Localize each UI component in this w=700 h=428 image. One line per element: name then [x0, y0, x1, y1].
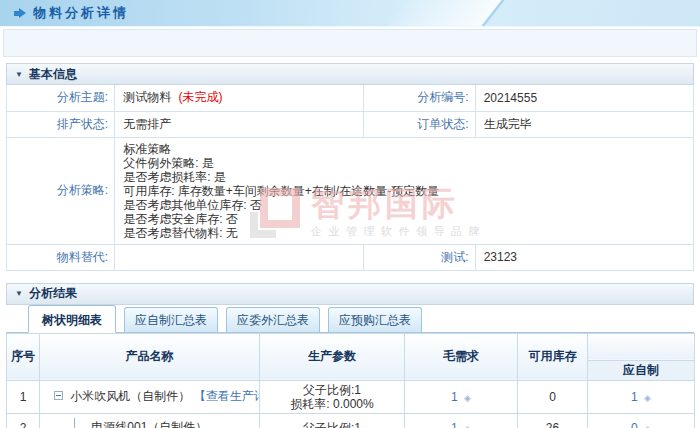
analysis-subject-value-cell: 测试物料 (未完成)	[115, 85, 363, 111]
page-title: 物料分析详情	[33, 4, 129, 22]
strategy-value-cell: 标准策略 父件例外策略: 是 是否考虑损耗率: 是 可用库存: 库存数量+车间剩…	[115, 137, 694, 244]
col-header-gross-demand: 毛需求	[405, 333, 518, 380]
arrow-right-icon	[14, 8, 26, 18]
tree-branch-icon	[74, 418, 83, 428]
col-header-group-empty	[588, 333, 695, 360]
strategy-line: 是否考虑损耗率: 是	[123, 170, 685, 184]
analysis-subject-label: 分析主题:	[7, 85, 115, 111]
basic-info-section-title: 基本信息	[29, 66, 77, 83]
production-params-cell: 父子比例:1 损耗率: 0.000%	[260, 380, 405, 413]
product-name: 电源线001（自制件）	[91, 420, 207, 428]
strategy-line: 标准策略	[123, 142, 685, 156]
basic-info-row: 分析主题: 测试物料 (未完成) 分析编号: 20214555	[7, 85, 694, 111]
col-header-product: 产品名称	[40, 333, 260, 380]
tab-tree-detail[interactable]: 树状明细表	[28, 305, 116, 333]
strategy-line: 是否考虑替代物料: 无	[123, 226, 685, 240]
strategy-line: 是否考虑其他单位库存: 否	[123, 198, 685, 212]
self-make-link[interactable]: 1	[631, 390, 638, 404]
tree-collapse-icon[interactable]	[54, 391, 63, 400]
schedule-status-value: 无需排产	[115, 111, 363, 137]
order-status-label: 订单状态:	[363, 111, 475, 137]
basic-info-row: 物料替代: 测试: 23123	[7, 244, 694, 270]
available-stock-cell: 0	[518, 380, 588, 413]
detail-icon[interactable]: ◈	[644, 424, 651, 428]
page-header: 物料分析详情	[0, 0, 700, 27]
basic-info-section: ▼ 基本信息 分析主题: 测试物料 (未完成) 分析编号: 20214555 排…	[6, 63, 694, 271]
self-make-cell: 0 ◈	[588, 413, 695, 428]
col-header-params: 生产参数	[260, 333, 405, 380]
view-production-plan-link[interactable]: 【查看生产计划】	[194, 389, 260, 403]
analysis-subject-status: (未完成)	[179, 90, 223, 104]
detail-icon[interactable]: ◈	[464, 424, 471, 428]
result-table-header-row: 序号 产品名称 生产参数 毛需求 可用库存	[7, 333, 695, 360]
order-status-value: 生成完毕	[475, 111, 693, 137]
tab-outsource-summary[interactable]: 应委外汇总表	[226, 307, 320, 332]
toolbar-panel	[3, 29, 697, 57]
substitute-label: 物料替代:	[7, 244, 115, 270]
gross-demand-cell: 1 ◈	[405, 380, 518, 413]
analysis-no-label: 分析编号:	[363, 85, 475, 111]
strategy-line: 父件例外策略: 是	[123, 156, 685, 170]
product-cell: 小米吹风机（自制件） 【查看生产计划】	[40, 380, 260, 413]
product-cell: 电源线001（自制件）	[40, 413, 260, 428]
schedule-status-label: 排产状态:	[7, 111, 115, 137]
header-swoosh-decoration	[382, 0, 510, 27]
basic-info-row: 排产状态: 无需排产 订单状态: 生成完毕	[7, 111, 694, 137]
analysis-no-value: 20214555	[475, 85, 693, 111]
self-make-cell: 1 ◈	[588, 380, 695, 413]
col-header-available: 可用库存	[518, 333, 588, 380]
basic-info-section-header[interactable]: ▼ 基本信息	[6, 63, 694, 85]
detail-icon[interactable]: ◈	[644, 393, 651, 403]
basic-info-table: 分析主题: 测试物料 (未完成) 分析编号: 20214555 排产状态: 无需…	[6, 85, 694, 271]
collapse-triangle-icon: ▼	[15, 70, 23, 79]
analysis-result-section: ▼ 分析结果 树状明细表 应自制汇总表 应委外汇总表 应预购汇总表 序号 产品名…	[6, 283, 694, 428]
test-label: 测试:	[363, 244, 475, 270]
result-table: 序号 产品名称 生产参数 毛需求 可用库存 应自制 1 小米吹风机（自制件） 【…	[6, 333, 695, 428]
col-header-self-make: 应自制	[588, 360, 695, 380]
analysis-result-section-title: 分析结果	[29, 285, 77, 302]
param-line: 父子比例:1	[260, 421, 404, 428]
row-number: 2	[7, 413, 40, 428]
param-line: 父子比例:1	[260, 383, 404, 397]
gross-demand-link[interactable]: 1	[451, 390, 458, 404]
strategy-row: 分析策略: 标准策略 父件例外策略: 是 是否考虑损耗率: 是 可用库存: 库存…	[7, 137, 694, 244]
detail-icon[interactable]: ◈	[464, 393, 471, 403]
gross-demand-cell: 1 ◈	[405, 413, 518, 428]
param-line: 损耗率: 0.000%	[260, 397, 404, 411]
table-row: 1 小米吹风机（自制件） 【查看生产计划】 父子比例:1 损耗率: 0.000%…	[7, 380, 695, 413]
analysis-subject-value: 测试物料	[123, 90, 171, 104]
substitute-value	[115, 244, 363, 270]
production-params-cell: 父子比例:1	[260, 413, 405, 428]
col-header-no: 序号	[7, 333, 40, 380]
test-value: 23123	[475, 244, 693, 270]
tab-prepurchase-summary[interactable]: 应预购汇总表	[328, 307, 422, 332]
product-name: 小米吹风机（自制件）	[70, 389, 190, 403]
result-tab-bar: 树状明细表 应自制汇总表 应委外汇总表 应预购汇总表	[6, 305, 694, 333]
available-stock-cell: 26	[518, 413, 588, 428]
analysis-result-section-header[interactable]: ▼ 分析结果	[6, 283, 694, 305]
gross-demand-link[interactable]: 1	[451, 421, 458, 428]
strategy-label: 分析策略:	[7, 137, 115, 244]
table-row: 2 电源线001（自制件） 父子比例:1 1 ◈ 26 0 ◈	[7, 413, 695, 428]
strategy-line: 是否考虑安全库存: 否	[123, 212, 685, 226]
self-make-link[interactable]: 0	[631, 421, 638, 428]
tab-self-make-summary[interactable]: 应自制汇总表	[124, 307, 218, 332]
row-number: 1	[7, 380, 40, 413]
collapse-triangle-icon: ▼	[15, 289, 23, 298]
strategy-line: 可用库存: 库存数量+车间剩余数量+在制/在途数量-预定数量	[123, 184, 685, 198]
